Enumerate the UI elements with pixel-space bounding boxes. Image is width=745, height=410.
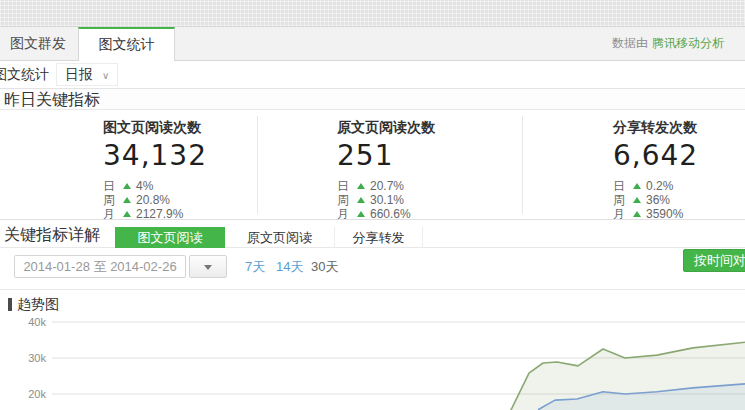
delta-value: 36%	[646, 193, 670, 207]
delta-period-label: 日	[103, 179, 123, 193]
metric-value: 6,642	[613, 139, 698, 172]
y-axis-tick-label: 20k	[28, 388, 46, 400]
date-range-input[interactable]: 2014-01-28 至 2014-02-26	[14, 255, 186, 278]
date-separator: 至	[94, 259, 107, 274]
date-range-dropdown-button[interactable]	[189, 255, 227, 278]
metric-card-shares: 分享转发次数 6,642 日0.2% 周36% 月3590%	[613, 119, 698, 221]
stats-toolbar: 图文统计 日报 ∨	[0, 61, 745, 88]
page-title: 图文统计	[0, 66, 49, 84]
metric-delta-row: 月3590%	[613, 207, 698, 221]
delta-value: 20.8%	[136, 193, 170, 207]
metric-card-original-reads: 原文页阅读次数 251 日20.7% 周30.1% 月660.6%	[337, 119, 435, 221]
metric-delta-row: 日0.2%	[613, 179, 698, 193]
up-arrow-icon	[633, 197, 641, 203]
data-source-note: 数据由腾讯移动分析	[612, 27, 745, 60]
up-arrow-icon	[123, 197, 131, 203]
trend-chart-svg: 40k30k20k	[0, 300, 745, 410]
delta-value: 660.6%	[370, 207, 411, 221]
metric-delta-row: 日4%	[103, 179, 207, 193]
page-top-strip	[0, 0, 745, 27]
main-tabbar: 图文群发 图文统计 数据由腾讯移动分析	[0, 27, 745, 61]
report-type-dropdown[interactable]: 日报 ∨	[56, 63, 118, 86]
card-divider	[522, 116, 523, 214]
metric-title: 分享转发次数	[613, 119, 698, 137]
delta-value: 3590%	[646, 207, 683, 221]
up-arrow-icon	[123, 183, 131, 189]
metric-title: 原文页阅读次数	[337, 119, 435, 137]
detail-section-title: 关键指标详解	[4, 225, 100, 246]
y-axis-tick-label: 40k	[28, 316, 46, 328]
metric-value: 251	[337, 139, 435, 172]
metric-title: 图文页阅读次数	[103, 119, 207, 137]
metric-delta-row: 周36%	[613, 193, 698, 207]
y-axis-tick-label: 30k	[28, 352, 46, 364]
filter-row: 2014-01-28 至 2014-02-26 7天 14天 30天 按时间对比	[0, 248, 745, 290]
up-arrow-icon	[633, 211, 641, 217]
metric-value: 34,132	[103, 139, 207, 172]
detail-section-header: 关键指标详解 图文页阅读 原文页阅读 分享转发	[0, 222, 745, 248]
quick-range-30d[interactable]: 30天	[311, 258, 338, 276]
up-arrow-icon	[357, 197, 365, 203]
metric-delta-row: 月2127.9%	[103, 207, 207, 221]
delta-value: 0.2%	[646, 179, 673, 193]
delta-period-label: 月	[613, 207, 633, 221]
metric-delta-row: 日20.7%	[337, 179, 435, 193]
metric-card-page-reads: 图文页阅读次数 34,132 日4% 周20.8% 月2127.9%	[103, 119, 207, 221]
delta-period-label: 日	[613, 179, 633, 193]
compare-by-time-button[interactable]: 按时间对比	[683, 249, 745, 272]
up-arrow-icon	[633, 183, 641, 189]
tab-article-stats[interactable]: 图文统计	[78, 27, 175, 61]
delta-value: 20.7%	[370, 179, 404, 193]
metric-delta-row: 月660.6%	[337, 207, 435, 221]
delta-value: 30.1%	[370, 193, 404, 207]
report-type-value: 日报	[65, 66, 93, 82]
metrics-cards-panel: 图文页阅读次数 34,132 日4% 周20.8% 月2127.9% 原文页阅读…	[0, 110, 745, 220]
delta-period-label: 日	[337, 179, 357, 193]
quick-range-7d[interactable]: 7天	[245, 258, 265, 276]
date-end: 2014-02-26	[110, 259, 177, 274]
delta-period-label: 周	[103, 193, 123, 207]
delta-period-label: 月	[337, 207, 357, 221]
delta-value: 4%	[136, 179, 153, 193]
up-arrow-icon	[357, 211, 365, 217]
detail-tab-shares[interactable]: 分享转发	[335, 227, 423, 248]
up-arrow-icon	[357, 183, 365, 189]
detail-tab-page-reads[interactable]: 图文页阅读	[115, 227, 225, 248]
data-source-prefix: 数据由	[612, 36, 648, 50]
metrics-section-title: 昨日关键指标	[0, 88, 745, 110]
caret-down-icon	[204, 265, 212, 270]
data-source-link[interactable]: 腾讯移动分析	[652, 36, 724, 50]
date-start: 2014-01-28	[23, 259, 90, 274]
tab-mass-send[interactable]: 图文群发	[10, 27, 66, 60]
quick-range-14d[interactable]: 14天	[276, 258, 303, 276]
trend-chart[interactable]: 40k30k20k	[0, 300, 745, 410]
delta-period-label: 周	[337, 193, 357, 207]
delta-value: 2127.9%	[136, 207, 183, 221]
up-arrow-icon	[123, 211, 131, 217]
chevron-down-icon: ∨	[102, 70, 109, 81]
delta-period-label: 周	[613, 193, 633, 207]
detail-tab-original-reads[interactable]: 原文页阅读	[225, 227, 335, 248]
metric-delta-row: 周30.1%	[337, 193, 435, 207]
delta-period-label: 月	[103, 207, 123, 221]
card-divider	[257, 116, 258, 214]
metric-delta-row: 周20.8%	[103, 193, 207, 207]
